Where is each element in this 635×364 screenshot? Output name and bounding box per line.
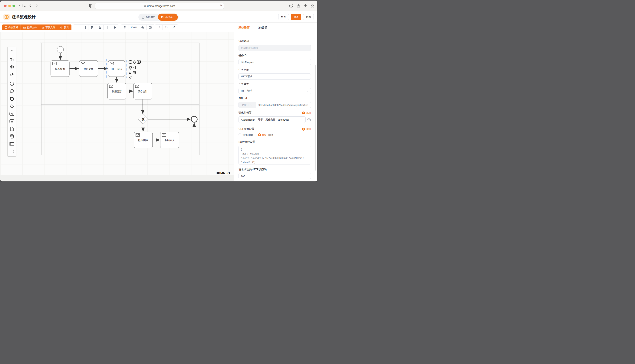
task-type-value[interactable] [239, 88, 311, 94]
task-aggregate-label: 聚合统计 [138, 90, 148, 93]
refresh-icon[interactable]: ↻ [219, 4, 222, 7]
tab-process-design[interactable]: 流程设计 [158, 14, 178, 21]
preview-button[interactable]: 预览 [58, 24, 72, 30]
align-right-icon[interactable] [81, 25, 89, 30]
remove-header-button[interactable]: − [308, 118, 311, 121]
sidebar-icon[interactable] [19, 4, 23, 8]
radio-form-data[interactable]: form-data [239, 134, 253, 136]
flow-insert-to-end[interactable] [179, 124, 194, 140]
add-label: 添加 [306, 127, 311, 131]
download-file-label: 下载文件 [46, 26, 55, 29]
save-button[interactable]: 保存 [291, 14, 301, 20]
body-params-textarea[interactable]: { "test" : "testData", "user" : { "userI… [239, 146, 311, 164]
edit-icon [5, 26, 7, 29]
tab-basic-settings[interactable]: 基础设置 [239, 22, 250, 33]
back-icon[interactable] [29, 4, 33, 8]
task-type-select[interactable] [239, 88, 311, 94]
start-event-node[interactable] [57, 46, 64, 53]
header-key: Authorization [241, 118, 255, 121]
radio-icon [239, 134, 241, 136]
header-operator: 等于 [258, 118, 263, 121]
download-file-button[interactable]: 下载文件 [40, 24, 58, 30]
append-user-task-icon[interactable] [137, 60, 141, 64]
text-annotation-icon[interactable] [133, 66, 136, 69]
api-url-field: POST http://localhost:8082//admin/upms/s… [239, 102, 311, 108]
add-request-header-button[interactable]: +添加 [302, 111, 311, 114]
flow-http-to-update2[interactable] [117, 77, 117, 82]
task-update-1[interactable]: 数据更新 [79, 60, 98, 77]
redo-icon: ↻ [163, 25, 170, 30]
context-pad [129, 60, 141, 80]
align-top-icon[interactable] [89, 25, 96, 30]
new-tab-icon[interactable] [304, 4, 307, 8]
download-icon[interactable] [289, 4, 293, 8]
share-icon[interactable] [296, 4, 301, 8]
preview-label: 预览 [64, 26, 69, 29]
bpmn-io-watermark[interactable]: BPMN.iO [216, 172, 230, 176]
task-delete-label: 数据删除 [138, 139, 148, 142]
fit-viewport-button[interactable] [147, 25, 154, 30]
radio-raw[interactable]: raw [258, 134, 266, 136]
trash-icon[interactable] [133, 71, 136, 74]
back-button[interactable]: 返回 [303, 14, 314, 20]
close-window-button[interactable] [4, 5, 7, 7]
task-insert[interactable]: 数据插入 [160, 132, 179, 148]
task-name-input[interactable] [239, 74, 311, 80]
undo-icon: ↺ [155, 25, 163, 30]
forward-icon [35, 4, 39, 8]
align-vcenter-icon[interactable] [111, 25, 119, 30]
zoom-out-button[interactable] [121, 25, 129, 30]
shield-icon[interactable] [89, 4, 92, 9]
align-hcenter-icon[interactable] [104, 25, 111, 30]
zoom-in-button[interactable] [139, 25, 147, 30]
bpmn-diagram[interactable]: 单条查询 数据更新 HTTP请求 [1, 32, 234, 175]
task-aggregate[interactable]: 聚合统计 [134, 83, 152, 99]
body-params-label: Body参数设置 [239, 140, 311, 144]
request-header-row[interactable]: Authorization 等于 流程变量 tokenData [239, 116, 306, 123]
raw-type-json-label: json [268, 134, 273, 136]
tab-overview-icon[interactable] [310, 4, 314, 8]
http-method-select[interactable]: POST [239, 102, 256, 108]
plus-circle-icon: + [302, 112, 305, 114]
raw-type-json[interactable]: json [268, 134, 273, 136]
api-url-label: API Url [239, 97, 311, 100]
panel-scrollbar[interactable] [315, 65, 316, 170]
minimize-window-button[interactable] [8, 5, 11, 7]
tab-other-settings[interactable]: 其他设置 [256, 22, 268, 33]
save-flow-label: 保存流程 [8, 26, 18, 29]
success-code-input[interactable] [239, 173, 311, 179]
app-logo [4, 14, 10, 20]
task-id-input[interactable] [239, 59, 311, 65]
canvas-toolbar: 保存流程 打开文件 下载文件 预览 [1, 22, 234, 32]
switch-button[interactable]: 切换 [278, 14, 289, 20]
api-url-input[interactable]: http://localhost:8082//admin/upms/sysUse… [256, 102, 311, 108]
chevron-down-icon[interactable] [24, 5, 26, 8]
exclusive-gateway-node[interactable]: X [138, 114, 148, 124]
task-name-label: 任务名称 [239, 68, 311, 72]
connect-icon[interactable] [129, 76, 132, 80]
tab-basic-info[interactable]: 基础信息 [139, 14, 158, 20]
task-query[interactable]: 单条查询 [51, 60, 69, 77]
append-intermediate-event-icon[interactable] [129, 66, 132, 69]
address-bar[interactable]: demo.orangeforms.com ↻ [95, 3, 224, 9]
task-http-request[interactable]: HTTP请求 [106, 59, 127, 78]
align-bottom-icon[interactable] [96, 25, 104, 30]
append-end-event-icon[interactable] [129, 60, 132, 64]
task-http-request-label: HTTP请求 [111, 68, 122, 70]
task-update-2[interactable]: 数据更新 [108, 83, 126, 99]
properties-panel: 基础设置 其他设置 流程名称 任务ID 任务名称 任务类型 API Url [234, 22, 317, 181]
reset-icon[interactable]: ↺︎ [170, 25, 178, 30]
open-file-button[interactable]: 打开文件 [21, 24, 40, 30]
save-flow-button[interactable]: 保存流程 [2, 24, 21, 30]
task-type-label: 任务类型 [239, 82, 311, 86]
zoom-window-button[interactable] [13, 5, 15, 7]
end-event-node[interactable] [191, 116, 197, 122]
tab-process-design-label: 流程设计 [165, 16, 175, 19]
task-delete[interactable]: 数据删除 [134, 132, 153, 148]
append-gateway-icon[interactable] [133, 60, 136, 64]
orange-logo-icon [4, 15, 9, 19]
align-left-icon[interactable] [73, 25, 81, 30]
wrench-icon[interactable] [129, 72, 132, 74]
add-url-param-button[interactable]: +添加 [302, 127, 311, 131]
diagram-area[interactable]: 单条查询 数据更新 HTTP请求 [1, 32, 234, 181]
